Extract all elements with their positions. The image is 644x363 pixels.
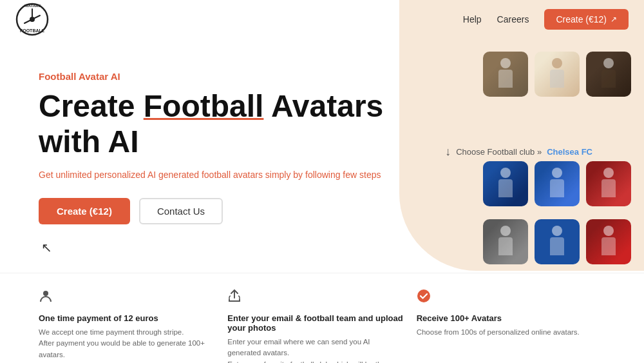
header-nav: Help Careers Create (€12) ↗ [463, 9, 629, 30]
feature-payment: One time payment of 12 euros We accept o… [39, 289, 227, 360]
avatar-8 [535, 219, 580, 264]
feature-payment-title: One time payment of 12 euros [39, 313, 214, 323]
avatar-9 [586, 219, 631, 264]
svg-text:AVATARS: AVATARS [23, 4, 41, 8]
logo-icon: FOOTBALL AVATARS [15, 3, 49, 36]
feature-receive: Receive 100+ Avatars Choose from 100s of… [417, 289, 605, 338]
create-button-main[interactable]: Create (€12) [39, 198, 130, 224]
features-bar: One time payment of 12 euros We accept o… [0, 273, 644, 363]
avatar-row-bot [483, 219, 631, 264]
feature-receive-title: Receive 100+ Avatars [417, 313, 592, 323]
heading-create: Create [39, 89, 144, 123]
club-name: Chelsea FC [547, 147, 592, 157]
arrow-icon: ↗ [611, 15, 617, 24]
avatar-5 [535, 161, 580, 206]
avatar-1 [483, 52, 528, 97]
header: FOOTBALL AVATARS Help Careers Create (€1… [0, 0, 644, 39]
check-icon [417, 289, 592, 307]
feature-payment-desc: We accept one time payment through strip… [39, 327, 214, 360]
cursor-indicator: ↖ [41, 240, 386, 255]
feature-upload-desc: Enter your email where we can send you A… [227, 337, 403, 363]
nav-careers[interactable]: Careers [497, 14, 529, 25]
heading-football: Football [144, 89, 264, 123]
contact-button[interactable]: Contact Us [139, 198, 223, 224]
upload-icon [227, 289, 403, 307]
nav-help[interactable]: Help [463, 14, 482, 25]
avatar-2 [535, 52, 580, 97]
avatar-7 [483, 219, 528, 264]
hero-description: Get unlimited personalized AI generated … [39, 170, 386, 180]
avatar-6 [586, 161, 631, 206]
hero-heading: Create Football Avatarswith AI [39, 88, 386, 159]
avatar-3 [586, 52, 631, 97]
avatar-row-mid [483, 161, 631, 206]
feature-upload: Enter your email & football team and upl… [227, 289, 416, 363]
avatar-row-top [483, 52, 631, 97]
club-selector: ↓ Choose Football club » Chelsea FC [445, 145, 592, 159]
feature-receive-desc: Choose from 100s of personalized online … [417, 327, 592, 338]
club-prompt-label: Choose Football club » [456, 147, 542, 157]
svg-point-4 [43, 291, 48, 296]
feature-upload-title: Enter your email & football team and upl… [227, 313, 403, 333]
cta-buttons: Create (€12) Contact Us [39, 198, 386, 224]
svg-text:FOOTBALL: FOOTBALL [20, 28, 45, 33]
avatar-4 [483, 161, 528, 206]
logo-area: FOOTBALL AVATARS [15, 3, 49, 36]
person-icon [39, 289, 214, 307]
svg-point-5 [417, 289, 430, 302]
hero-subtitle: Football Avatar AI [39, 71, 386, 82]
create-button-header[interactable]: Create (€12) ↗ [544, 9, 629, 30]
down-arrow-icon: ↓ [445, 145, 451, 159]
svg-point-1 [30, 17, 35, 22]
